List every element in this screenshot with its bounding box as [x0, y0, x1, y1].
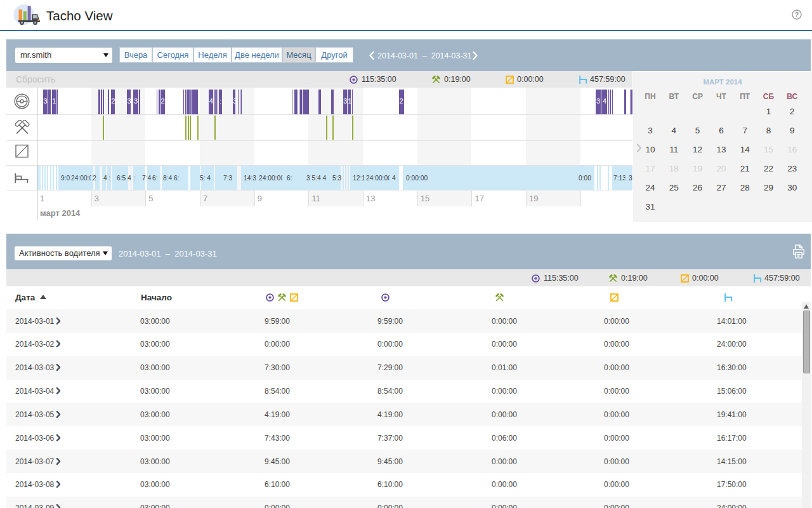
svg-text:?: ?: [795, 11, 799, 18]
